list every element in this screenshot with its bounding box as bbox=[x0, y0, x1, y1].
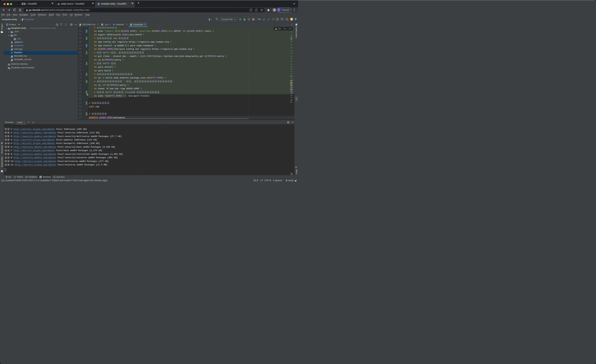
svg-text:MD: MD bbox=[80, 25, 81, 26]
svg-text:D: D bbox=[131, 25, 131, 26]
svg-text:JS: JS bbox=[58, 4, 60, 5]
svg-text:MD: MD bbox=[11, 60, 13, 61]
svg-text:D: D bbox=[11, 46, 12, 47]
svg-text:MD: MD bbox=[11, 57, 13, 58]
svg-text:</>: </> bbox=[98, 3, 99, 4]
svg-text:<t>: <t> bbox=[17, 4, 20, 5]
svg-text:D: D bbox=[22, 20, 23, 21]
